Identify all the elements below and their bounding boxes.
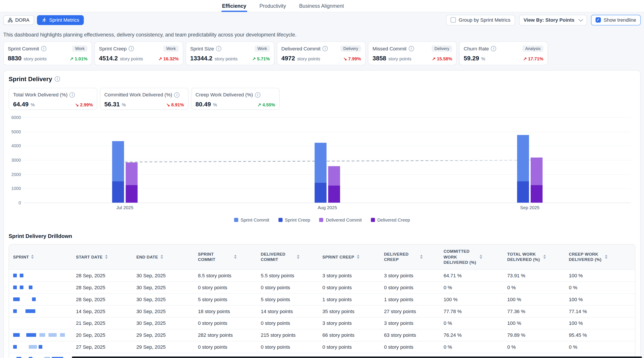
tab-productivity[interactable]: Productivity xyxy=(258,0,287,12)
metric-card-missed-commit: Missed CommitDelivery3858 story points↗ … xyxy=(368,41,457,65)
bar-segment-sprint-creep[interactable] xyxy=(112,181,124,202)
bar-segment-sprint-commit[interactable] xyxy=(112,141,124,181)
sprint-metrics-button[interactable]: Sprint Metrics xyxy=(37,15,84,25)
cell-start-date: 28 Sep, 2025 xyxy=(72,282,132,293)
sort-icon[interactable] xyxy=(480,255,482,259)
change-indicator: ↗ 5.71% xyxy=(252,56,270,61)
delivery-subcards-row: Total Work Delivered (%)64.49 %↘ 2.99%Co… xyxy=(9,88,635,110)
cell-creep-pct: 100 % xyxy=(565,270,635,281)
card-unit: % xyxy=(480,56,485,61)
bar-segment-sprint-creep[interactable] xyxy=(314,183,326,203)
table-row[interactable]: 20 Sep, 202529 Sep, 2025282 story points… xyxy=(9,329,635,341)
sort-icon[interactable] xyxy=(32,255,34,259)
dora-button[interactable]: DORA xyxy=(3,15,34,25)
column-header-creep-work-delivered[interactable]: Creep Work Delivered (%) xyxy=(565,245,635,269)
change-indicator: ↗ 1.01% xyxy=(70,56,88,61)
card-unit: story points xyxy=(296,56,320,61)
legend-item-sprint-commit[interactable]: Sprint Commit xyxy=(234,217,269,222)
info-icon[interactable] xyxy=(408,46,414,51)
view-by-select[interactable]: View By: Story Points xyxy=(519,14,587,25)
sprint-metrics-button-label: Sprint Metrics xyxy=(49,17,79,23)
x-axis-label: Aug 2025 xyxy=(318,205,337,210)
column-header-delivered-creep[interactable]: Delivered Creep xyxy=(380,245,440,269)
cell-sprint-creep: 3 story points xyxy=(318,317,380,329)
bar-segment-delivered-commit[interactable] xyxy=(328,166,340,185)
bar-segment-sprint-commit[interactable] xyxy=(517,135,529,181)
cell-end-date: 30 Sep, 2025 xyxy=(132,270,194,281)
group-by-checkbox[interactable] xyxy=(450,17,456,22)
info-icon[interactable] xyxy=(128,46,134,51)
cell-delivered-creep: 3 story points xyxy=(380,317,440,329)
column-header-end-date[interactable]: End Date xyxy=(132,245,194,269)
redacted-text-block xyxy=(13,345,17,349)
column-header-sprint-creep[interactable]: Sprint Creep xyxy=(318,245,380,269)
legend-item-delivered-commit[interactable]: Delivered Commit xyxy=(319,217,362,222)
info-icon[interactable] xyxy=(55,76,60,82)
drilldown-table: SprintStart DateEnd DateSprint CommitDel… xyxy=(9,244,635,358)
sort-icon[interactable] xyxy=(605,255,608,259)
card-title: Churn Rate xyxy=(464,46,496,51)
info-icon[interactable] xyxy=(41,46,46,51)
tab-efficiency[interactable]: Efficiency xyxy=(221,0,247,12)
show-trendline-checkbox[interactable] xyxy=(595,17,600,22)
info-icon[interactable] xyxy=(255,92,260,97)
info-icon[interactable] xyxy=(70,92,75,97)
sort-icon[interactable] xyxy=(160,255,163,259)
view-by-selected-value: View By: Story Points xyxy=(524,17,574,23)
card-value: 4514.2 story points xyxy=(99,55,143,62)
bar-segment-sprint-commit[interactable] xyxy=(314,143,326,183)
column-header-sprint-commit[interactable]: Sprint Commit xyxy=(194,245,257,269)
category-badge: Work xyxy=(72,45,88,52)
change-indicator: ↘ 7.99% xyxy=(343,56,361,61)
legend-item-sprint-creep[interactable]: Sprint Creep xyxy=(278,217,310,222)
table-row[interactable]: 14 Sep, 202530 Sep, 202518 story points1… xyxy=(9,305,635,317)
bar-segment-delivered-commit[interactable] xyxy=(126,162,138,185)
column-header-total-work-delivered[interactable]: Total Work Delivered (%) xyxy=(503,245,565,269)
redacted-text-block xyxy=(20,285,24,289)
cell-sprint-creep: 0 story points xyxy=(318,341,380,353)
table-row[interactable]: 28 Sep, 202530 Sep, 20255 story points5 … xyxy=(9,293,635,305)
cell-sprint-commit: 0 story points xyxy=(194,282,257,293)
column-header-start-date[interactable]: Start Date xyxy=(72,245,132,269)
column-header-committed-work-delivered[interactable]: Committed Work Delivered (%) xyxy=(440,245,503,269)
tab-business-alignment[interactable]: Business Alignment xyxy=(298,0,345,12)
table-row[interactable]: 28 Sep, 202530 Sep, 20258.5 story points… xyxy=(9,269,635,281)
horizontal-scrollbar[interactable] xyxy=(72,357,642,358)
cell-start-date: 27 Sep, 2025 xyxy=(72,341,132,353)
bar-segment-delivered-creep[interactable] xyxy=(328,185,340,203)
sort-icon[interactable] xyxy=(357,255,359,259)
info-icon[interactable] xyxy=(491,46,496,51)
cell-start-date: 21 Sep, 2025 xyxy=(72,317,132,329)
column-header-delivered-commit[interactable]: Delivered Commit xyxy=(257,245,318,269)
delivery-subcard-creep-work-delivered: Creep Work Delivered (%)80.49 %↗ 4.55% xyxy=(191,88,280,110)
card-title: Sprint Commit xyxy=(8,46,46,51)
info-icon[interactable] xyxy=(216,46,222,51)
sort-icon[interactable] xyxy=(420,255,422,259)
category-badge: Delivery xyxy=(340,45,361,52)
bar-segment-delivered-creep[interactable] xyxy=(531,185,542,203)
change-indicator: ↗ 4.55% xyxy=(257,102,275,107)
cell-delivered-commit: 5.5 story points xyxy=(257,270,318,281)
redacted-text-block xyxy=(13,333,20,337)
y-axis-tick-label: 6000 xyxy=(11,115,21,120)
sort-icon[interactable] xyxy=(234,255,236,259)
table-row[interactable]: 28 Sep, 202530 Sep, 20250 story points0 … xyxy=(9,281,635,293)
column-header-sprint[interactable]: Sprint xyxy=(9,245,72,269)
bar-segment-sprint-creep[interactable] xyxy=(517,181,529,202)
table-row[interactable]: 27 Sep, 202529 Sep, 20250 story points0 … xyxy=(9,341,635,353)
info-icon[interactable] xyxy=(174,92,180,97)
sort-icon[interactable] xyxy=(105,255,108,259)
group-by-sprint-metrics-toggle[interactable]: Group by Sprint Metrics xyxy=(446,14,515,25)
sort-icon[interactable] xyxy=(297,255,299,259)
bar-segment-delivered-commit[interactable] xyxy=(531,158,542,185)
card-unit: % xyxy=(121,102,126,107)
cell-creep-pct: 77.14 % xyxy=(565,305,635,317)
legend-item-delivered-creep[interactable]: Delivered Creep xyxy=(371,217,410,222)
info-icon[interactable] xyxy=(322,46,328,51)
table-row[interactable]: 21 Sep, 202530 Sep, 20250 story points0 … xyxy=(9,317,635,329)
cell-delivered-commit: 14 story points xyxy=(257,305,318,317)
cell-total-pct: 79.89 % xyxy=(503,329,565,341)
bar-segment-delivered-creep[interactable] xyxy=(126,185,138,203)
show-trendline-toggle[interactable]: Show trendline xyxy=(591,14,641,25)
sort-icon[interactable] xyxy=(543,255,546,259)
